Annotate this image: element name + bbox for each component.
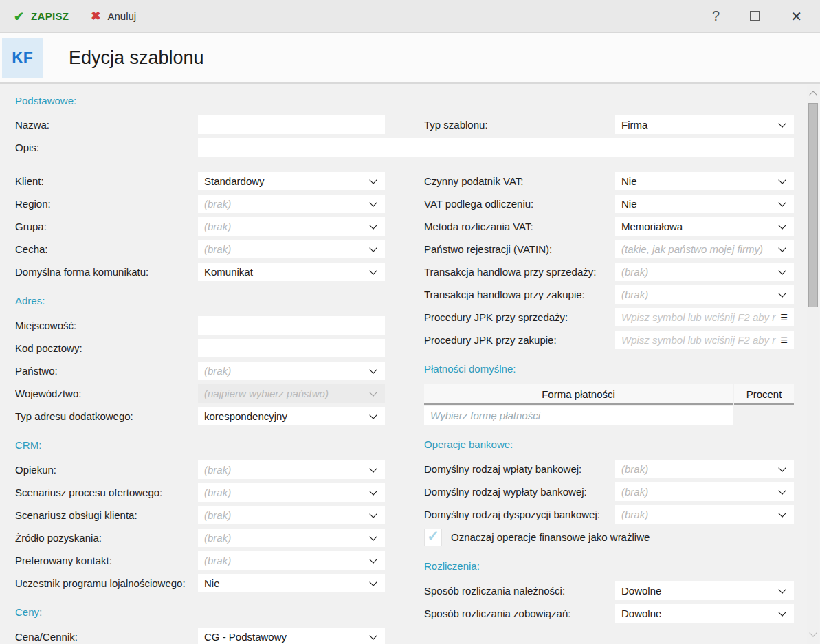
field-label: Grupa: — [15, 221, 198, 232]
scenariusz-procesu-ofertowego-select[interactable]: (brak) — [198, 483, 385, 502]
left-column: Klient:StandardowyRegion:(brak)Grupa:(br… — [15, 172, 385, 644]
typ-szablonu-select[interactable]: Firma — [615, 115, 794, 134]
selected-value: Firma — [621, 119, 775, 131]
selected-value: (brak) — [204, 555, 366, 566]
chevron-down-icon — [778, 176, 786, 184]
vertical-scrollbar[interactable] — [807, 85, 819, 644]
cancel-button[interactable]: ✖ Anuluj — [91, 9, 136, 23]
form-row: Sposób rozliczania zobowiązań:Dowolne — [424, 604, 794, 623]
save-button-label: ZAPISZ — [31, 10, 69, 22]
opis-input[interactable] — [198, 138, 794, 157]
template-badge: KF — [2, 38, 43, 78]
column-header-procent[interactable]: Procent — [734, 384, 794, 405]
field-label: Sposób rozliczania zobowiązań: — [424, 608, 615, 619]
field-label: Cecha: — [15, 243, 198, 255]
panstwo-rejestracji-vatin-select[interactable]: (takie, jak państwo mojej firmy) — [615, 240, 794, 258]
wojewodztwo-select[interactable]: (najpierw wybierz państwo) — [198, 384, 385, 403]
typ-adresu-dodatkowego-select[interactable]: korespondencyjny — [198, 407, 385, 425]
field-label: Region: — [15, 198, 198, 210]
section-title-adres: Adres: — [15, 295, 385, 307]
maximize-icon[interactable] — [750, 11, 760, 21]
help-icon[interactable]: ? — [712, 8, 720, 24]
zrodlo-pozyskania-select[interactable]: (brak) — [198, 529, 385, 547]
domyslna-forma-komunikatu-select[interactable]: Komunikat — [198, 263, 385, 281]
section-title-ceny: Ceny: — [15, 606, 385, 618]
selected-value: (brak) — [204, 221, 366, 232]
preferowany-kontakt-select[interactable]: (brak) — [198, 551, 385, 570]
transakcja-handlowa-przy-sprzedazy-select[interactable]: (brak) — [615, 263, 794, 281]
domyslny-rodzaj-dyspozycji-bankowej-select[interactable]: (brak) — [615, 505, 794, 524]
chevron-down-icon — [369, 221, 377, 229]
column-header-forma-platnosci[interactable]: Forma płatności — [424, 384, 733, 405]
procedury-jpk-przy-zakupie-input[interactable]: Wpisz symbol lub wciśnij F2 aby r☰ — [615, 331, 794, 349]
form-row: Opiekun:(brak) — [15, 460, 385, 479]
chevron-down-icon — [369, 411, 377, 419]
selected-value: (brak) — [204, 243, 366, 255]
cecha-select[interactable]: (brak) — [198, 240, 385, 258]
sposob-rozliczania-naleznosci-select[interactable]: Dowolne — [615, 581, 794, 600]
save-button[interactable]: ✔ ZAPISZ — [14, 9, 69, 24]
klient-select[interactable]: Standardowy — [198, 172, 385, 190]
cena-cennik-select[interactable]: CG - Podstawowy — [198, 628, 385, 644]
field-label: Państwo: — [15, 365, 198, 377]
grupa-select[interactable]: (brak) — [198, 217, 385, 236]
form-row: Cena/Cennik:CG - Podstawowy — [15, 628, 385, 644]
menu-icon[interactable]: ☰ — [780, 335, 788, 345]
metoda-rozliczania-vat-select[interactable]: Memoriałowa — [615, 217, 794, 236]
procedury-jpk-przy-sprzedazy-input[interactable]: Wpisz symbol lub wciśnij F2 aby r☰ — [615, 308, 794, 326]
close-icon[interactable]: ✕ — [790, 8, 802, 25]
field-label: Domyślny rodzaj wpłaty bankowej: — [424, 463, 615, 475]
field-label: Procedury JPK przy zakupie: — [424, 334, 615, 346]
payments-table-header: Forma płatnościProcent — [424, 384, 794, 405]
panstwo-select[interactable]: (brak) — [198, 362, 385, 380]
section-title-crm: CRM: — [15, 439, 385, 451]
domyslny-rodzaj-wplaty-bankowej-select[interactable]: (brak) — [615, 460, 794, 478]
field-label: Opiekun: — [15, 464, 198, 476]
opiekun-select[interactable]: (brak) — [198, 460, 385, 479]
selected-value: (takie, jak państwo mojej firmy) — [621, 243, 775, 255]
nazwa-input[interactable] — [198, 115, 385, 134]
selected-value: (brak) — [621, 509, 775, 520]
form-row: VAT podlega odliczeniu:Nie — [424, 195, 794, 213]
toolbar: ✔ ZAPISZ ✖ Anuluj ? ✕ — [0, 0, 820, 33]
miejscowosc-input[interactable] — [198, 316, 385, 335]
kod-pocztowy-input[interactable] — [198, 339, 385, 357]
form-row: Domyślny rodzaj wpłaty bankowej:(brak) — [424, 460, 794, 478]
scroll-up-icon[interactable] — [809, 91, 817, 98]
field-label: Uczestnik programu lojalnościowego: — [15, 577, 198, 589]
field-label: Typ szablonu: — [424, 119, 615, 131]
right-column: Czynny podatnik VAT:NieVAT podlega odlic… — [424, 172, 794, 627]
chevron-down-icon — [369, 632, 377, 639]
field-label: Transakcja handlowa przy zakupie: — [424, 289, 615, 300]
form-row: Państwo rejestracji (VATIN):(takie, jak … — [424, 240, 794, 258]
transakcja-handlowa-przy-zakupie-select[interactable]: (brak) — [615, 285, 794, 304]
chevron-down-icon — [369, 244, 377, 252]
uczestnik-programu-lojalnosciowego-select[interactable]: Nie — [198, 574, 385, 592]
form-row: Procedury JPK przy zakupie:Wpisz symbol … — [424, 331, 794, 349]
lookup-placeholder: Wpisz symbol lub wciśnij F2 aby r — [621, 334, 777, 346]
czynny-podatnik-vat-select[interactable]: Nie — [615, 172, 794, 190]
sposob-rozliczania-zobowiazan-select[interactable]: Dowolne — [615, 604, 794, 623]
section-title-operacje-bankowe: Operacje bankowe: — [424, 438, 794, 450]
scenariusz-obslugi-klienta-select[interactable]: (brak) — [198, 506, 385, 524]
scrollbar-thumb[interactable] — [808, 103, 818, 307]
form-row: Grupa:(brak) — [15, 217, 385, 236]
payment-form-input[interactable]: Wybierz formę płatności — [424, 406, 733, 425]
field-label: Transakcja handlowa przy sprzedaży: — [424, 266, 615, 278]
domyslny-rodzaj-wyplaty-bankowej-select[interactable]: (brak) — [615, 482, 794, 501]
scroll-down-icon[interactable] — [809, 629, 817, 636]
region-select[interactable]: (brak) — [198, 195, 385, 213]
field-label: Klient: — [15, 175, 198, 187]
menu-icon[interactable]: ☰ — [780, 313, 788, 322]
vat-podlega-odliczeniu-select[interactable]: Nie — [615, 195, 794, 213]
field-label: Typ adresu dodatkowego: — [15, 410, 198, 422]
checkbox-label: Oznaczaj operacje finansowe jako wrażliw… — [451, 531, 650, 543]
sensitive-operations-checkbox[interactable]: ✓ — [424, 529, 442, 546]
selected-value: Komunikat — [204, 266, 366, 278]
chevron-down-icon — [369, 176, 377, 184]
chevron-down-icon — [778, 221, 786, 229]
selected-value: (brak) — [204, 365, 366, 377]
selected-value: Standardowy — [204, 175, 366, 187]
page-header: KF Edycja szablonu — [0, 33, 820, 84]
form-row: Scenariusz procesu ofertowego:(brak) — [15, 483, 385, 502]
